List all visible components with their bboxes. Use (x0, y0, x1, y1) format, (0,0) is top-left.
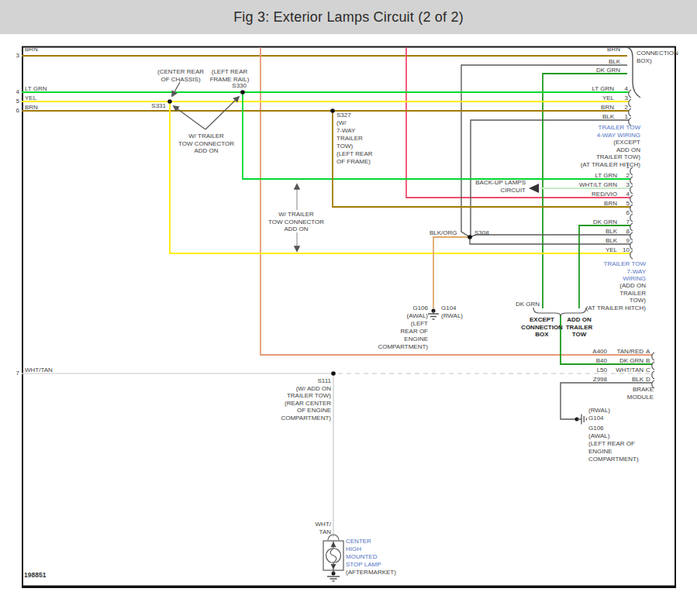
add-on-trailer-tow-label: ADD ON TRAILER TOW (561, 316, 597, 339)
c7-pin8-num: 8 (616, 228, 630, 236)
c7-pin5-arc (630, 205, 633, 212)
c7-pin2-num: 2 (616, 172, 630, 180)
cb-wire-blk-label: BLK (595, 58, 620, 66)
wire-blk-org-ground (433, 237, 470, 308)
c7-pin2-arc (630, 177, 633, 184)
splice-s327-dot (330, 108, 335, 113)
c7-pin2-color: LT GRN (569, 172, 617, 180)
ground-right-symbol (577, 415, 586, 425)
c4-pin3-color: YEL (581, 95, 614, 102)
wire5-number: 5 (12, 98, 19, 105)
wire-yel-s331-drop (170, 102, 630, 253)
c4-pin1-num: 1 (617, 113, 628, 121)
bm-pinA-circuit: A400 (579, 348, 607, 356)
s327-note: S327 (W/ 7-WAY TRAILER TOW) (LEFT REAR O… (336, 112, 386, 166)
c7-pin8-arc (630, 232, 633, 240)
connection-box-title: CONNECTION BOX) (637, 50, 678, 65)
bm-pinC-circuit: L50 (579, 367, 607, 374)
sheet-code: 198851 (24, 572, 46, 580)
c7-pin1-num: 1 (616, 163, 630, 170)
wire3-label-clipped: BRN (25, 48, 45, 54)
wire5-label: YEL (25, 95, 36, 102)
trailer-tow-7way-subtitle: (ADD ON TRAILER TOW) (AT TRAILER HITCH) (567, 282, 646, 311)
c7-pin3-color: WHT/LT GRN (569, 181, 617, 189)
splice-s330-dot (240, 90, 245, 95)
c7-pin10-num: 10 (616, 246, 630, 254)
stop-lamp-title: CENTER HIGH MOUNTED STOP LAMP (346, 538, 395, 569)
c7-pin10-arc (630, 251, 633, 259)
c4-pin3-num: 3 (617, 95, 628, 102)
wire3-label: BRN (25, 48, 45, 53)
lamp-ground-symbol (327, 570, 340, 581)
c7-pin10-color: YEL (569, 246, 617, 254)
c4-pin3-arc (629, 99, 631, 107)
chassis-pointer-arrow (172, 82, 180, 96)
lamp-arrow-up (331, 542, 336, 547)
s330-name: S330 (223, 82, 247, 90)
bm-pinA-color: TAN/RED (609, 348, 644, 356)
wiring-diagram-page: Fig 3: Exterior Lamps Circuit (2 of 2) (0, 0, 697, 616)
splice-s308-dot (468, 235, 472, 239)
bm-pinC-letter: C (646, 367, 655, 374)
lamp-wire-label: WHT/ TAN (307, 521, 331, 535)
c4-pin2-arc (629, 108, 631, 116)
c4-pin4-color: LT GRN (581, 85, 614, 93)
c7-pin3-num: 3 (616, 181, 630, 189)
c7-pin1-arc (630, 167, 633, 175)
wire6-number: 6 (12, 107, 19, 115)
c7-pin4-num: 4 (616, 191, 630, 198)
c4-pin2-num: 2 (617, 104, 628, 112)
c4-pin4-num: 4 (617, 85, 628, 93)
ground-g104-mid-label: G104 (RWAL) (441, 305, 472, 320)
c7-pin5-color: BRN (569, 200, 617, 208)
except-connection-box-label: EXCEPT CONNECTION BOX (519, 316, 564, 339)
cb-top-wire-label: BRN (597, 48, 620, 53)
c7-pin6-arc (630, 214, 633, 222)
c7-pin7-arc (630, 223, 633, 231)
c7-pin6-num: 6 (616, 209, 630, 217)
ground-g106-mid-label: G106 (AWAL) (LEFT REAR OF ENGINE COMPART… (372, 305, 428, 351)
c7-pin8-color: BLK (569, 228, 617, 236)
wire4-label: LT GRN (25, 85, 47, 93)
bm-pinD-color: BLK (609, 376, 644, 384)
c7-pin3-arc (630, 186, 633, 194)
s308-wire-label: BLK/ORG (430, 229, 457, 237)
wire3-number: 3 (12, 52, 19, 60)
c7-pin4-color: RED/VIO (569, 191, 617, 198)
bm-pinD-letter: D (646, 376, 655, 384)
bm-pinB-letter: B (646, 357, 655, 365)
s330-location: (LEFT REAR FRAME RAIL) (198, 68, 261, 83)
s308-name: S308 (474, 229, 498, 237)
c4-pin1-color: BLK (581, 113, 614, 121)
tow-connector-note-2: W/ TRAILER TOW CONNECTOR ADD ON (256, 211, 336, 233)
stop-lamp-note: (AFTERMARKET) (346, 569, 416, 576)
c4-pin4-arc (629, 90, 631, 98)
bm-pinB-circuit: B40 (579, 357, 607, 365)
c4-pin2-color: BRN (581, 104, 614, 112)
splice-s331-dot (167, 99, 172, 104)
s331-name: S331 (144, 102, 166, 110)
brake-module-title: BRAKE MODULE (604, 386, 654, 401)
c7-pin9-arc (630, 242, 633, 249)
tow-connector-note-1: W/ TRAILER TOW CONNECTOR ADD ON (166, 132, 247, 155)
lamp-arrow-down (331, 564, 336, 570)
wire7-number: 7 (12, 370, 19, 377)
backup-lamps-note: BACK-UP LAMPS CIRCUIT (462, 179, 526, 194)
ground-g104-right-label: (RWAL) G104 (588, 407, 635, 422)
bm-pinD-circuit: Z998 (579, 376, 607, 384)
bm-pinB-color: DK GRN (609, 357, 644, 365)
backup-lamps-arrow (529, 184, 539, 193)
c7-pin9-num: 9 (616, 237, 630, 245)
tow-connector-arrow-left (174, 106, 205, 129)
s111-note: S111 (W/ ADD ON TRAILER TOW) (REAR CENTE… (267, 377, 331, 422)
dk-grn-wire-label: DK GRN (507, 301, 540, 308)
trailer-tow-7way-title: TRAILER TOW 7-WAY WIRING (582, 260, 646, 283)
c7-pin7-num: 7 (616, 219, 630, 226)
c7-pin4-arc (630, 195, 633, 203)
c7-pin9-color: BLK (569, 237, 617, 245)
wire6-label: BRN (25, 104, 38, 112)
c7-pin7-color: DK GRN (569, 219, 617, 226)
splice-s111-dot (331, 371, 336, 376)
cb-wire-dkgrn-label: DK GRN (589, 67, 620, 74)
wire4-number: 4 (12, 88, 19, 96)
